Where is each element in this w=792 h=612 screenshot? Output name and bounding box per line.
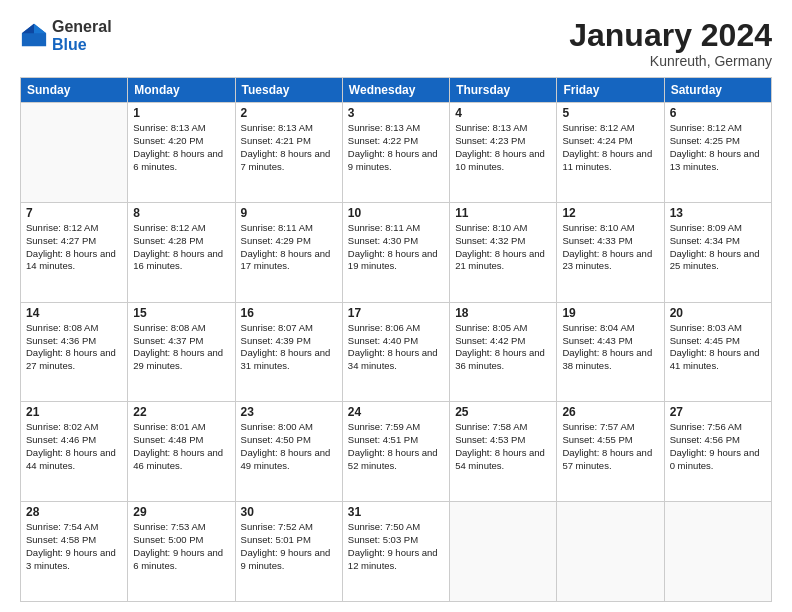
day-info: Sunrise: 8:09 AM Sunset: 4:34 PM Dayligh… bbox=[670, 222, 766, 273]
calendar-cell: 26Sunrise: 7:57 AM Sunset: 4:55 PM Dayli… bbox=[557, 402, 664, 502]
calendar-cell: 22Sunrise: 8:01 AM Sunset: 4:48 PM Dayli… bbox=[128, 402, 235, 502]
day-info: Sunrise: 7:56 AM Sunset: 4:56 PM Dayligh… bbox=[670, 421, 766, 472]
day-number: 24 bbox=[348, 405, 444, 419]
day-number: 17 bbox=[348, 306, 444, 320]
day-number: 6 bbox=[670, 106, 766, 120]
day-info: Sunrise: 7:54 AM Sunset: 4:58 PM Dayligh… bbox=[26, 521, 122, 572]
calendar-cell: 16Sunrise: 8:07 AM Sunset: 4:39 PM Dayli… bbox=[235, 302, 342, 402]
calendar-cell: 9Sunrise: 8:11 AM Sunset: 4:29 PM Daylig… bbox=[235, 202, 342, 302]
calendar-cell: 10Sunrise: 8:11 AM Sunset: 4:30 PM Dayli… bbox=[342, 202, 449, 302]
calendar-cell: 27Sunrise: 7:56 AM Sunset: 4:56 PM Dayli… bbox=[664, 402, 771, 502]
day-number: 31 bbox=[348, 505, 444, 519]
day-number: 26 bbox=[562, 405, 658, 419]
day-info: Sunrise: 8:00 AM Sunset: 4:50 PM Dayligh… bbox=[241, 421, 337, 472]
day-number: 5 bbox=[562, 106, 658, 120]
calendar-cell: 29Sunrise: 7:53 AM Sunset: 5:00 PM Dayli… bbox=[128, 502, 235, 602]
calendar-cell: 1Sunrise: 8:13 AM Sunset: 4:20 PM Daylig… bbox=[128, 103, 235, 203]
logo: General Blue bbox=[20, 18, 112, 53]
day-info: Sunrise: 8:13 AM Sunset: 4:23 PM Dayligh… bbox=[455, 122, 551, 173]
day-number: 11 bbox=[455, 206, 551, 220]
calendar-cell bbox=[450, 502, 557, 602]
day-info: Sunrise: 8:02 AM Sunset: 4:46 PM Dayligh… bbox=[26, 421, 122, 472]
day-info: Sunrise: 8:13 AM Sunset: 4:22 PM Dayligh… bbox=[348, 122, 444, 173]
day-number: 20 bbox=[670, 306, 766, 320]
page: General Blue January 2024 Kunreuth, Germ… bbox=[0, 0, 792, 612]
calendar-cell: 23Sunrise: 8:00 AM Sunset: 4:50 PM Dayli… bbox=[235, 402, 342, 502]
day-info: Sunrise: 8:01 AM Sunset: 4:48 PM Dayligh… bbox=[133, 421, 229, 472]
day-number: 23 bbox=[241, 405, 337, 419]
calendar-cell: 8Sunrise: 8:12 AM Sunset: 4:28 PM Daylig… bbox=[128, 202, 235, 302]
day-info: Sunrise: 8:06 AM Sunset: 4:40 PM Dayligh… bbox=[348, 322, 444, 373]
day-info: Sunrise: 8:05 AM Sunset: 4:42 PM Dayligh… bbox=[455, 322, 551, 373]
calendar-week-row: 28Sunrise: 7:54 AM Sunset: 4:58 PM Dayli… bbox=[21, 502, 772, 602]
calendar-table: SundayMondayTuesdayWednesdayThursdayFrid… bbox=[20, 77, 772, 602]
calendar-cell: 3Sunrise: 8:13 AM Sunset: 4:22 PM Daylig… bbox=[342, 103, 449, 203]
calendar-cell: 14Sunrise: 8:08 AM Sunset: 4:36 PM Dayli… bbox=[21, 302, 128, 402]
day-info: Sunrise: 8:10 AM Sunset: 4:32 PM Dayligh… bbox=[455, 222, 551, 273]
calendar-cell: 11Sunrise: 8:10 AM Sunset: 4:32 PM Dayli… bbox=[450, 202, 557, 302]
day-info: Sunrise: 8:13 AM Sunset: 4:20 PM Dayligh… bbox=[133, 122, 229, 173]
day-number: 14 bbox=[26, 306, 122, 320]
calendar-cell: 2Sunrise: 8:13 AM Sunset: 4:21 PM Daylig… bbox=[235, 103, 342, 203]
weekday-header-cell: Tuesday bbox=[235, 78, 342, 103]
calendar-week-row: 1Sunrise: 8:13 AM Sunset: 4:20 PM Daylig… bbox=[21, 103, 772, 203]
day-number: 2 bbox=[241, 106, 337, 120]
svg-marker-2 bbox=[22, 23, 34, 32]
weekday-header-cell: Wednesday bbox=[342, 78, 449, 103]
day-info: Sunrise: 8:12 AM Sunset: 4:27 PM Dayligh… bbox=[26, 222, 122, 273]
calendar-cell bbox=[557, 502, 664, 602]
day-info: Sunrise: 7:57 AM Sunset: 4:55 PM Dayligh… bbox=[562, 421, 658, 472]
day-number: 27 bbox=[670, 405, 766, 419]
calendar-week-row: 14Sunrise: 8:08 AM Sunset: 4:36 PM Dayli… bbox=[21, 302, 772, 402]
calendar-cell: 20Sunrise: 8:03 AM Sunset: 4:45 PM Dayli… bbox=[664, 302, 771, 402]
month-title: January 2024 bbox=[569, 18, 772, 53]
calendar-body: 1Sunrise: 8:13 AM Sunset: 4:20 PM Daylig… bbox=[21, 103, 772, 602]
day-info: Sunrise: 8:04 AM Sunset: 4:43 PM Dayligh… bbox=[562, 322, 658, 373]
calendar-cell: 24Sunrise: 7:59 AM Sunset: 4:51 PM Dayli… bbox=[342, 402, 449, 502]
calendar-cell: 4Sunrise: 8:13 AM Sunset: 4:23 PM Daylig… bbox=[450, 103, 557, 203]
day-number: 16 bbox=[241, 306, 337, 320]
calendar-cell: 17Sunrise: 8:06 AM Sunset: 4:40 PM Dayli… bbox=[342, 302, 449, 402]
weekday-header-cell: Friday bbox=[557, 78, 664, 103]
day-number: 29 bbox=[133, 505, 229, 519]
day-info: Sunrise: 7:53 AM Sunset: 5:00 PM Dayligh… bbox=[133, 521, 229, 572]
weekday-header-row: SundayMondayTuesdayWednesdayThursdayFrid… bbox=[21, 78, 772, 103]
day-info: Sunrise: 8:12 AM Sunset: 4:24 PM Dayligh… bbox=[562, 122, 658, 173]
calendar-cell bbox=[21, 103, 128, 203]
day-info: Sunrise: 8:11 AM Sunset: 4:30 PM Dayligh… bbox=[348, 222, 444, 273]
weekday-header-cell: Sunday bbox=[21, 78, 128, 103]
day-info: Sunrise: 7:58 AM Sunset: 4:53 PM Dayligh… bbox=[455, 421, 551, 472]
day-number: 12 bbox=[562, 206, 658, 220]
calendar-cell: 21Sunrise: 8:02 AM Sunset: 4:46 PM Dayli… bbox=[21, 402, 128, 502]
header: General Blue January 2024 Kunreuth, Germ… bbox=[20, 18, 772, 69]
calendar-cell: 5Sunrise: 8:12 AM Sunset: 4:24 PM Daylig… bbox=[557, 103, 664, 203]
title-block: January 2024 Kunreuth, Germany bbox=[569, 18, 772, 69]
calendar-cell: 31Sunrise: 7:50 AM Sunset: 5:03 PM Dayli… bbox=[342, 502, 449, 602]
logo-icon bbox=[20, 22, 48, 50]
calendar-cell: 28Sunrise: 7:54 AM Sunset: 4:58 PM Dayli… bbox=[21, 502, 128, 602]
weekday-header-cell: Thursday bbox=[450, 78, 557, 103]
weekday-header-cell: Monday bbox=[128, 78, 235, 103]
day-number: 10 bbox=[348, 206, 444, 220]
day-number: 25 bbox=[455, 405, 551, 419]
calendar-week-row: 7Sunrise: 8:12 AM Sunset: 4:27 PM Daylig… bbox=[21, 202, 772, 302]
day-info: Sunrise: 8:08 AM Sunset: 4:36 PM Dayligh… bbox=[26, 322, 122, 373]
day-info: Sunrise: 7:59 AM Sunset: 4:51 PM Dayligh… bbox=[348, 421, 444, 472]
calendar-week-row: 21Sunrise: 8:02 AM Sunset: 4:46 PM Dayli… bbox=[21, 402, 772, 502]
calendar-cell: 18Sunrise: 8:05 AM Sunset: 4:42 PM Dayli… bbox=[450, 302, 557, 402]
weekday-header-cell: Saturday bbox=[664, 78, 771, 103]
day-number: 3 bbox=[348, 106, 444, 120]
calendar-cell: 25Sunrise: 7:58 AM Sunset: 4:53 PM Dayli… bbox=[450, 402, 557, 502]
day-number: 8 bbox=[133, 206, 229, 220]
day-number: 1 bbox=[133, 106, 229, 120]
day-number: 7 bbox=[26, 206, 122, 220]
location: Kunreuth, Germany bbox=[569, 53, 772, 69]
logo-blue-text: Blue bbox=[52, 36, 112, 54]
day-number: 13 bbox=[670, 206, 766, 220]
day-number: 9 bbox=[241, 206, 337, 220]
day-number: 21 bbox=[26, 405, 122, 419]
calendar-cell: 6Sunrise: 8:12 AM Sunset: 4:25 PM Daylig… bbox=[664, 103, 771, 203]
day-number: 28 bbox=[26, 505, 122, 519]
calendar-cell: 7Sunrise: 8:12 AM Sunset: 4:27 PM Daylig… bbox=[21, 202, 128, 302]
logo-text: General Blue bbox=[52, 18, 112, 53]
